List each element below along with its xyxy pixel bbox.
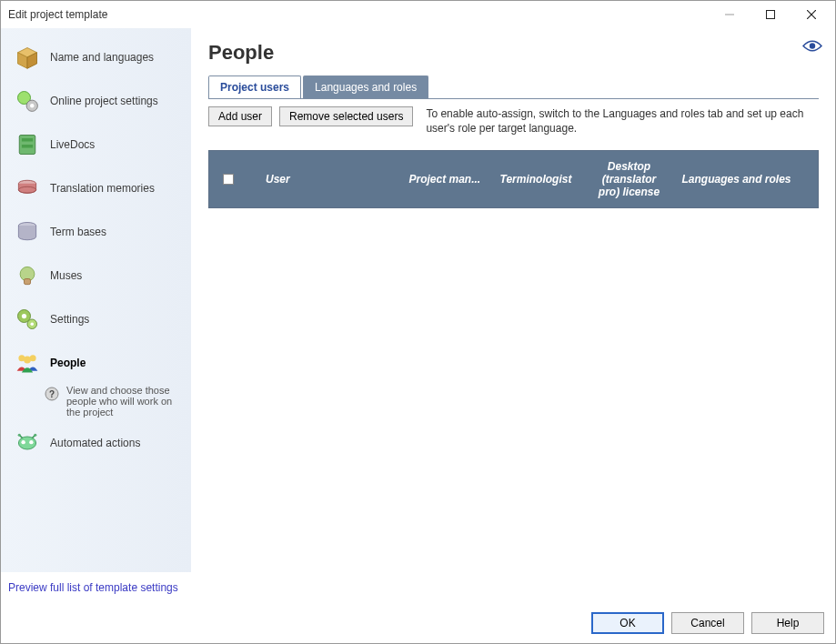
main-area: Name and languages Online project settin… xyxy=(1,28,835,572)
help-icon[interactable]: ? xyxy=(45,387,59,401)
svg-point-9 xyxy=(30,104,34,107)
select-all-checkbox[interactable] xyxy=(223,174,234,185)
table-header: User Project man... Terminologist Deskto… xyxy=(209,151,818,207)
nav-settings[interactable]: Settings xyxy=(1,297,191,341)
muse-icon xyxy=(14,262,41,289)
nav-name-languages[interactable]: Name and languages xyxy=(1,35,191,79)
gears-globe-icon xyxy=(14,87,41,115)
close-button[interactable] xyxy=(791,2,831,27)
dialog-buttons: OK Cancel Help xyxy=(1,603,835,643)
col-user[interactable]: User xyxy=(247,151,402,207)
svg-point-34 xyxy=(810,43,815,48)
sidebar: Name and languages Online project settin… xyxy=(1,28,192,572)
col-project-manager[interactable]: Project man... xyxy=(402,151,493,207)
nav-label: LiveDocs xyxy=(50,138,95,151)
nav-label: Automated actions xyxy=(50,437,140,449)
window-controls xyxy=(709,2,831,27)
svg-point-33 xyxy=(34,434,36,437)
ok-button[interactable]: OK xyxy=(591,612,664,634)
svg-point-32 xyxy=(18,434,21,437)
preview-settings-link[interactable]: Preview full list of template settings xyxy=(1,572,835,603)
tab-project-users[interactable]: Project users xyxy=(208,75,301,98)
users-table: User Project man... Terminologist Deskto… xyxy=(208,150,819,208)
box-icon xyxy=(14,44,41,71)
nav-list: Name and languages Online project settin… xyxy=(1,35,191,572)
svg-point-24 xyxy=(24,357,31,364)
svg-rect-17 xyxy=(25,279,31,285)
nav-label: Settings xyxy=(50,313,89,326)
cabinet-icon xyxy=(14,131,41,158)
nav-label: Name and languages xyxy=(50,51,154,64)
nav-label: Term bases xyxy=(50,226,106,238)
svg-point-28 xyxy=(21,440,25,444)
nav-people[interactable]: People xyxy=(1,341,191,385)
nav-term-bases[interactable]: Term bases xyxy=(1,210,191,254)
svg-point-21 xyxy=(31,323,35,327)
page-title: People xyxy=(208,41,819,65)
nav-label: Translation memories xyxy=(50,182,155,195)
col-checkbox xyxy=(209,151,247,207)
content-pane: People Project users Languages and roles… xyxy=(192,28,835,572)
add-user-button[interactable]: Add user xyxy=(208,106,272,126)
nav-livedocs[interactable]: LiveDocs xyxy=(1,123,191,166)
auto-assign-hint: To enable auto-assign, switch to the Lan… xyxy=(426,106,819,136)
titlebar: Edit project template xyxy=(1,1,835,28)
help-button[interactable]: Help xyxy=(751,612,824,634)
minimize-button[interactable] xyxy=(709,2,750,27)
col-languages-roles[interactable]: Languages and roles xyxy=(675,151,819,207)
tab-languages-roles[interactable]: Languages and roles xyxy=(303,75,428,98)
disks-icon xyxy=(14,175,41,202)
col-desktop-license[interactable]: Desktop (translator pro) license xyxy=(584,151,675,207)
maximize-button[interactable] xyxy=(750,2,791,27)
svg-rect-12 xyxy=(22,145,33,148)
nav-online-settings[interactable]: Online project settings xyxy=(1,79,191,123)
svg-point-29 xyxy=(29,440,33,444)
cancel-button[interactable]: Cancel xyxy=(671,612,744,634)
svg-rect-1 xyxy=(766,11,774,19)
database-icon xyxy=(14,218,41,246)
dialog-body: Name and languages Online project settin… xyxy=(1,28,835,643)
nav-description: View and choose those people who will wo… xyxy=(66,385,184,418)
remove-selected-button[interactable]: Remove selected users xyxy=(279,106,413,126)
svg-point-19 xyxy=(22,314,26,318)
nav-label: People xyxy=(50,357,86,369)
nav-muses[interactable]: Muses xyxy=(1,254,191,297)
tab-strip: Project users Languages and roles xyxy=(208,75,819,98)
svg-text:?: ? xyxy=(49,389,55,399)
toolbar: Add user Remove selected users To enable… xyxy=(208,98,819,136)
window-title: Edit project template xyxy=(8,8,709,21)
gear-icon xyxy=(14,306,41,333)
nav-label: Muses xyxy=(50,269,82,282)
col-terminologist[interactable]: Terminologist xyxy=(493,151,584,207)
people-icon xyxy=(14,349,41,377)
svg-rect-11 xyxy=(22,138,33,142)
nav-people-description-row: ? View and choose those people who will … xyxy=(1,385,191,421)
nav-label: Online project settings xyxy=(50,95,158,107)
svg-point-27 xyxy=(18,437,35,449)
robot-icon xyxy=(14,429,41,457)
dialog-window: Edit project template Name a xyxy=(0,0,836,644)
nav-translation-memories[interactable]: Translation memories xyxy=(1,166,191,210)
eye-icon[interactable] xyxy=(802,39,822,56)
nav-automated-actions[interactable]: Automated actions xyxy=(1,421,191,465)
